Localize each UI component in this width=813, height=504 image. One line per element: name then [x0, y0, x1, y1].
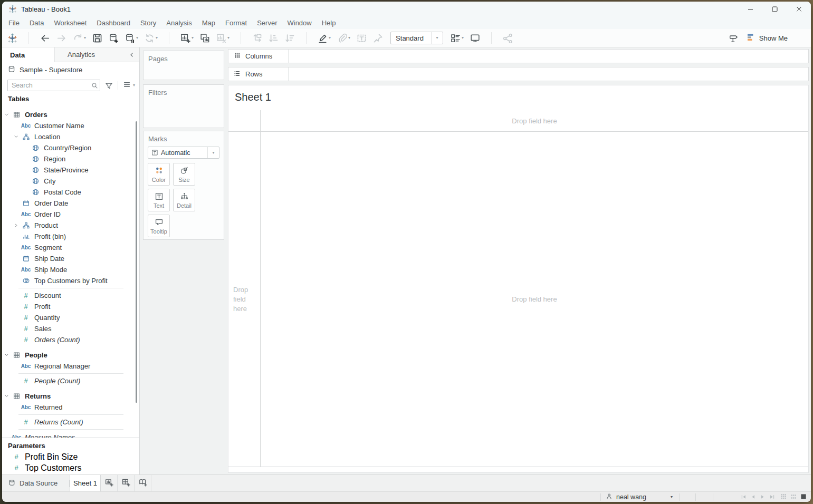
field-product[interactable]: Product — [2, 220, 135, 231]
field-discount[interactable]: #Discount — [2, 290, 135, 301]
tableau-home-button[interactable] — [7, 33, 17, 43]
menu-analysis[interactable]: Analysis — [166, 19, 192, 27]
field-profit[interactable]: #Profit — [2, 301, 135, 312]
view-options-icon[interactable]: ▾ — [123, 81, 135, 91]
filters-card[interactable]: Filters — [143, 84, 224, 128]
fit-selector-dropdown[interactable]: ▾ — [431, 32, 443, 44]
user-menu[interactable]: neal wang ▾ — [601, 492, 679, 502]
sort-ascending-button[interactable] — [269, 33, 279, 43]
close-button[interactable] — [787, 2, 811, 16]
new-story-tab-button[interactable] — [135, 475, 151, 491]
tooltip-signpost-button[interactable] — [729, 33, 739, 43]
datasource-item[interactable]: Sample - Superstore — [2, 62, 139, 77]
data-panel-scrollbar[interactable] — [136, 121, 137, 403]
undo-button[interactable] — [40, 33, 50, 43]
nav-next-button[interactable] — [760, 492, 766, 502]
highlight-button[interactable]: ▾ — [318, 33, 331, 43]
data-source-tab[interactable]: Data Source — [2, 475, 69, 491]
field-customer-name[interactable]: AbcCustomer Name — [2, 120, 135, 131]
field-order-id[interactable]: AbcOrder ID — [2, 209, 135, 220]
collapse-chevron-icon[interactable] — [2, 112, 11, 117]
redo-button[interactable] — [56, 33, 66, 43]
new-datasource-button[interactable] — [109, 33, 119, 43]
field-regional-manager[interactable]: AbcRegional Manager — [2, 361, 135, 372]
field-top-customers-by-profit[interactable]: Top Customers by Profit — [2, 275, 135, 286]
menu-dashboard[interactable]: Dashboard — [97, 19, 130, 27]
drop-zone-rows[interactable]: Drop field here — [233, 132, 256, 467]
clear-sheet-button[interactable]: ▾ — [216, 33, 229, 43]
text-label-button[interactable] — [357, 33, 367, 43]
pages-card[interactable]: Pages — [143, 51, 224, 80]
collapse-chevron-icon[interactable] — [2, 394, 11, 399]
expand-chevron-icon[interactable] — [12, 223, 20, 228]
field-returns-count[interactable]: #Returns (Count) — [2, 416, 135, 428]
field-quantity[interactable]: #Quantity — [2, 312, 135, 323]
maximize-button[interactable] — [762, 2, 787, 16]
field-orders[interactable]: Orders — [2, 109, 135, 120]
nav-prev-button[interactable] — [750, 492, 756, 502]
swap-axes-button[interactable] — [252, 33, 262, 43]
nav-first-button[interactable] — [741, 492, 747, 502]
show-hide-cards-button[interactable]: ▾ — [451, 33, 464, 43]
drop-zone-columns[interactable]: Drop field here — [261, 110, 808, 131]
field-returned[interactable]: AbcReturned — [2, 402, 135, 413]
mark-type-caret[interactable]: ▾ — [207, 147, 219, 158]
minimize-button[interactable] — [738, 2, 762, 16]
tab-analytics[interactable]: Analytics — [54, 47, 139, 62]
field-profit-bin-size[interactable]: #Profit Bin Size — [2, 451, 139, 462]
replay-button[interactable]: ▾ — [73, 33, 86, 43]
show-tabs-view-button[interactable] — [780, 492, 787, 502]
marks-detail-button[interactable]: Detail — [173, 189, 195, 211]
refresh-datasource-button[interactable]: ▾ — [145, 33, 158, 43]
field-orders-count[interactable]: #Orders (Count) — [2, 334, 135, 345]
field-people-count[interactable]: #People (Count) — [2, 375, 135, 386]
field-segment[interactable]: AbcSegment — [2, 242, 135, 253]
mark-type-dropdown[interactable]: Automatic ▾ — [148, 147, 219, 159]
marks-text-button[interactable]: Text — [148, 189, 170, 211]
field-order-date[interactable]: Order Date — [2, 198, 135, 209]
new-worksheet-tab-button[interactable] — [101, 475, 118, 491]
collapse-pane-icon[interactable] — [129, 52, 139, 57]
field-profit-bin[interactable]: Profit (bin) — [2, 231, 135, 242]
collapse-chevron-icon[interactable] — [2, 353, 11, 357]
columns-shelf[interactable]: Columns — [228, 49, 809, 63]
new-dashboard-tab-button[interactable] — [118, 475, 135, 491]
field-returns[interactable]: Returns — [2, 391, 135, 402]
sort-descending-button[interactable] — [285, 33, 295, 43]
menu-data[interactable]: Data — [30, 19, 44, 27]
nav-last-button[interactable] — [769, 492, 775, 502]
menu-file[interactable]: File — [8, 19, 20, 27]
show-me-button[interactable]: Show Me — [747, 33, 788, 43]
field-people[interactable]: People — [2, 350, 135, 361]
field-ship-date[interactable]: Ship Date — [2, 253, 135, 264]
field-location[interactable]: Location — [2, 131, 135, 142]
new-worksheet-button[interactable]: ▾ — [180, 33, 194, 43]
save-button[interactable] — [92, 33, 102, 43]
menu-format[interactable]: Format — [225, 19, 247, 27]
rows-shelf[interactable]: Rows — [228, 67, 809, 81]
field-region[interactable]: Region — [2, 153, 135, 164]
field-postal-code[interactable]: Postal Code — [2, 187, 135, 198]
marks-color-button[interactable]: Color — [148, 163, 170, 186]
fix-axes-pin-button[interactable] — [373, 33, 383, 43]
tab-data[interactable]: Data — [2, 47, 54, 62]
marks-tooltip-button[interactable]: Tooltip — [148, 215, 170, 237]
field-state-province[interactable]: State/Province — [2, 164, 135, 176]
group-members-button[interactable]: ▾ — [337, 33, 350, 43]
menu-map[interactable]: Map — [202, 19, 215, 27]
show-sheet-view-button[interactable] — [800, 492, 807, 502]
field-ship-mode[interactable]: AbcShip Mode — [2, 264, 135, 275]
sheet1-tab[interactable]: Sheet 1 — [70, 475, 101, 491]
field-top-customers[interactable]: #Top Customers — [2, 462, 139, 473]
menu-help[interactable]: Help — [322, 19, 336, 27]
collapse-chevron-icon[interactable] — [12, 134, 20, 139]
pause-updates-button[interactable]: ▾ — [125, 33, 138, 43]
menu-window[interactable]: Window — [287, 19, 311, 27]
field-sales[interactable]: #Sales — [2, 323, 135, 334]
field-country-region[interactable]: Country/Region — [2, 142, 135, 153]
menu-server[interactable]: Server — [257, 19, 277, 27]
filter-fields-icon[interactable] — [105, 82, 113, 90]
duplicate-sheet-button[interactable] — [200, 33, 210, 43]
marks-size-button[interactable]: Size — [173, 163, 195, 186]
menu-worksheet[interactable]: Worksheet — [54, 19, 87, 27]
